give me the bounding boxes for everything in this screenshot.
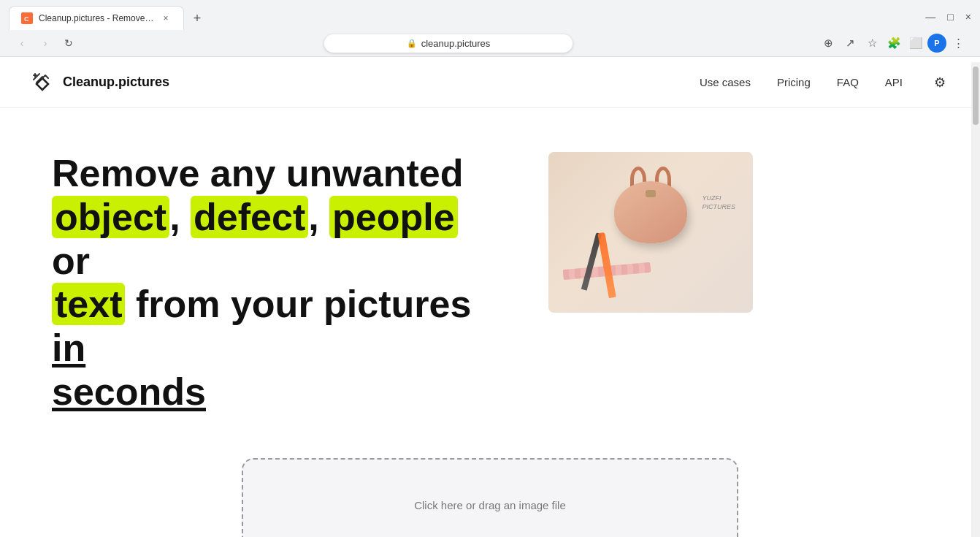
hero-comma-2: , xyxy=(308,196,329,238)
settings-button[interactable]: ⚙ xyxy=(929,72,951,94)
hero-in: in xyxy=(52,327,85,369)
hero-image: YUZFIPICTURES xyxy=(548,152,753,313)
hero-image-container: YUZFIPICTURES xyxy=(548,152,753,313)
hero-comma-1: , xyxy=(169,196,191,238)
nav-api[interactable]: API xyxy=(885,76,903,88)
hero-section: Remove any unwanted object, defect, peop… xyxy=(23,108,957,443)
nav-links: Use cases Pricing FAQ API ⚙ xyxy=(700,72,951,94)
hero-word-object: object xyxy=(52,196,169,238)
back-button[interactable]: ‹ xyxy=(12,33,32,53)
svg-text:C: C xyxy=(24,15,29,23)
zoom-button[interactable]: ⊕ xyxy=(818,33,838,53)
browser-action-buttons: ⊕ ↗ ☆ 🧩 ⬜ P ⋮ xyxy=(818,33,968,53)
navbar: Cleanup.pictures Use cases Pricing FAQ A… xyxy=(0,57,980,108)
svg-rect-2 xyxy=(29,69,55,96)
logo-area[interactable]: Cleanup.pictures xyxy=(29,69,169,96)
sidebar-toggle-button[interactable]: ⬜ xyxy=(906,33,926,53)
refresh-button[interactable]: ↻ xyxy=(58,33,79,53)
browser-tab[interactable]: C Cleanup.pictures - Remove objec × xyxy=(9,6,184,30)
bookmark-button[interactable]: ☆ xyxy=(862,33,882,53)
title-bar: C Cleanup.pictures - Remove objec × + — … xyxy=(0,0,980,30)
new-tab-button[interactable]: + xyxy=(187,8,207,28)
hero-heading: Remove any unwanted object, defect, peop… xyxy=(52,152,505,414)
address-center: 🔒 cleanup.pictures xyxy=(82,34,815,53)
drop-zone-text: Click here or drag an image file xyxy=(414,499,566,511)
hero-or: or xyxy=(52,240,90,282)
hero-text: Remove any unwanted object, defect, peop… xyxy=(52,152,505,414)
scrollbar-thumb[interactable] xyxy=(973,66,979,125)
hero-from-pictures: from your pictures xyxy=(125,283,471,325)
hero-word-people: people xyxy=(329,196,458,238)
tab-close-button[interactable]: × xyxy=(160,12,172,24)
menu-button[interactable]: ⋮ xyxy=(948,33,968,53)
browser-chrome: C Cleanup.pictures - Remove objec × + — … xyxy=(0,0,980,57)
hero-seconds: seconds xyxy=(52,370,206,413)
profile-button[interactable]: P xyxy=(927,34,946,53)
bag-brand-label: YUZFIPICTURES xyxy=(702,194,735,211)
bag-clasp xyxy=(646,190,656,197)
upload-section: Click here or drag an image file xyxy=(0,443,980,537)
drop-zone[interactable]: Click here or drag an image file xyxy=(242,458,738,537)
window-controls: — □ × xyxy=(925,11,971,26)
nav-faq[interactable]: FAQ xyxy=(837,76,859,88)
scrollbar-track xyxy=(971,62,980,537)
bag-scene: YUZFIPICTURES xyxy=(548,152,753,313)
page-content: Cleanup.pictures Use cases Pricing FAQ A… xyxy=(0,57,980,537)
maximize-button[interactable]: □ xyxy=(947,11,953,23)
close-window-button[interactable]: × xyxy=(965,11,971,23)
extensions-button[interactable]: 🧩 xyxy=(884,33,904,53)
nav-use-cases[interactable]: Use cases xyxy=(700,76,751,88)
forward-button[interactable]: › xyxy=(35,33,55,53)
hero-word-text: text xyxy=(52,283,125,325)
share-button[interactable]: ↗ xyxy=(840,33,860,53)
address-text: cleanup.pictures xyxy=(421,38,491,49)
minimize-button[interactable]: — xyxy=(925,11,935,23)
lock-icon: 🔒 xyxy=(407,39,417,48)
address-bar: ‹ › ↻ 🔒 cleanup.pictures ⊕ ↗ ☆ 🧩 ⬜ P ⋮ xyxy=(0,30,980,56)
logo-text: Cleanup.pictures xyxy=(63,75,169,90)
tab-favicon: C xyxy=(21,12,33,24)
logo-icon xyxy=(29,69,55,96)
hero-heading-line1: Remove any unwanted xyxy=(52,152,463,194)
hero-word-defect: defect xyxy=(191,196,308,238)
address-pill[interactable]: 🔒 cleanup.pictures xyxy=(324,34,573,53)
nav-pricing[interactable]: Pricing xyxy=(777,76,811,88)
tab-title: Cleanup.pictures - Remove objec xyxy=(39,13,154,23)
